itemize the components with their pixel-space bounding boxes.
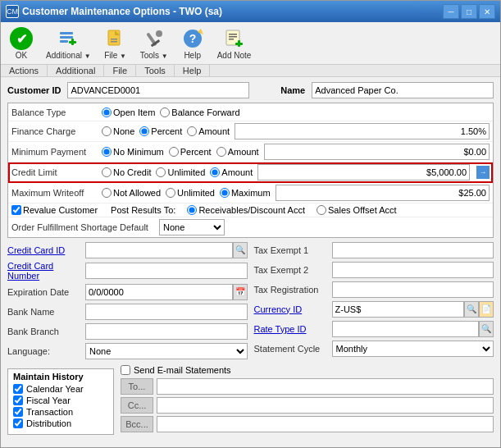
mp-amount-radio[interactable]	[216, 147, 226, 157]
sales-offset-option[interactable]: Sales Offset Acct	[317, 205, 397, 215]
customer-id-label: Customer ID	[7, 85, 61, 95]
currency-id-icon-btn[interactable]: 📄	[479, 301, 494, 318]
language-dropdown[interactable]: None	[85, 343, 248, 359]
balance-forward-option[interactable]: Balance Forward	[160, 107, 239, 117]
help-tab-label[interactable]: Help	[175, 65, 211, 76]
close-button[interactable]: ✕	[479, 4, 495, 19]
mw-not-allowed-radio[interactable]	[102, 188, 112, 198]
mp-percent-option[interactable]: Percent	[169, 147, 212, 157]
tax-exempt-2-input[interactable]	[332, 262, 494, 278]
tools-tab-label[interactable]: Tools	[136, 65, 175, 76]
credit-card-number-input[interactable]	[85, 263, 248, 279]
credit-card-id-input[interactable]	[85, 242, 233, 258]
balance-forward-radio[interactable]	[160, 107, 170, 117]
fc-amount-option[interactable]: Amount	[187, 126, 230, 136]
currency-id-label[interactable]: Currency ID	[254, 304, 332, 314]
additional-tab-label[interactable]: Additional	[48, 65, 104, 76]
credit-card-number-label[interactable]: Credit Card Number	[7, 261, 85, 281]
mp-percent-radio[interactable]	[169, 147, 179, 157]
statement-cycle-dropdown[interactable]: Monthly	[332, 341, 494, 357]
transaction-row: Transaction	[13, 407, 108, 417]
additional-button[interactable]: Additional ▼	[40, 25, 97, 62]
fc-none-radio[interactable]	[102, 126, 112, 136]
sales-offset-radio[interactable]	[317, 205, 326, 215]
file-button[interactable]: File ▼	[98, 25, 133, 62]
maximum-writeoff-options: Not Allowed Unlimited Maximum	[102, 185, 490, 201]
email-bcc-input[interactable]	[157, 416, 494, 432]
bank-name-input[interactable]	[85, 304, 248, 320]
fc-none-option[interactable]: None	[102, 126, 134, 136]
email-cc-button[interactable]: Cc...	[121, 397, 153, 414]
mw-not-allowed-option[interactable]: Not Allowed	[102, 188, 161, 198]
email-cc-input[interactable]	[157, 397, 494, 414]
maximum-writeoff-amount[interactable]	[276, 185, 490, 201]
cl-amount-option[interactable]: Amount	[210, 167, 253, 177]
minimum-payment-row: Minimum Payment No Minimum Percent Amoun…	[8, 142, 493, 162]
mp-no-min-radio[interactable]	[102, 147, 112, 157]
tax-registration-input[interactable]	[332, 281, 494, 298]
fc-amount-radio[interactable]	[187, 126, 197, 136]
tools-button[interactable]: Tools ▼	[134, 25, 174, 62]
order-fulfillment-dropdown[interactable]: None	[159, 219, 225, 235]
minimum-payment-label: Minimum Payment	[11, 147, 102, 157]
send-email-checkbox[interactable]	[121, 365, 130, 375]
language-row: Language: None	[7, 342, 248, 359]
cl-unlimited-option[interactable]: Unlimited	[156, 167, 205, 177]
currency-id-input[interactable]	[332, 301, 465, 318]
customer-id-input[interactable]	[67, 82, 249, 98]
mw-maximum-option[interactable]: Maximum	[220, 188, 271, 198]
cl-unlimited-radio[interactable]	[156, 167, 166, 177]
credit-card-id-label[interactable]: Credit Card ID	[7, 245, 85, 255]
tax-exempt-1-input[interactable]	[332, 242, 494, 258]
finance-charge-amount[interactable]	[235, 123, 490, 139]
fiscal-year-checkbox[interactable]	[13, 395, 23, 405]
balance-type-row: Balance Type Open Item Balance Forward	[8, 103, 493, 121]
credit-limit-arrow-button[interactable]: →	[476, 166, 490, 179]
help-button[interactable]: ? Help	[175, 25, 210, 62]
email-bcc-button[interactable]: Bcc...	[121, 416, 153, 432]
rate-type-id-input[interactable]	[332, 321, 480, 337]
receivables-option[interactable]: Receivables/Discount Acct	[187, 205, 305, 215]
cl-no-credit-radio[interactable]	[102, 167, 112, 177]
cl-no-credit-option[interactable]: No Credit	[102, 167, 151, 177]
expiration-date-calendar[interactable]: 📅	[233, 284, 248, 300]
help-label: Help	[184, 51, 201, 60]
rate-type-id-lookup[interactable]: 🔍	[479, 321, 494, 337]
transaction-checkbox[interactable]	[13, 407, 23, 417]
minimize-button[interactable]: ─	[443, 4, 459, 19]
add-note-button[interactable]: Add Note	[212, 25, 257, 62]
fc-percent-radio[interactable]	[139, 126, 149, 136]
open-item-option[interactable]: Open Item	[102, 107, 155, 117]
credit-limit-amount[interactable]	[257, 164, 470, 181]
mw-unlimited-radio[interactable]	[166, 188, 175, 198]
file-tab-label[interactable]: File	[104, 65, 136, 76]
open-item-radio[interactable]	[102, 107, 112, 117]
credit-card-id-lookup[interactable]: 🔍	[233, 242, 248, 258]
mw-unlimited-option[interactable]: Unlimited	[166, 188, 215, 198]
expiration-date-input[interactable]	[85, 284, 233, 300]
receivables-radio[interactable]	[187, 205, 197, 215]
revalue-checkbox-label[interactable]: Revalue Customer	[11, 205, 98, 215]
bank-branch-input[interactable]	[85, 323, 248, 340]
email-to-button[interactable]: To...	[121, 378, 153, 395]
customer-name-input[interactable]	[312, 82, 494, 98]
actions-label[interactable]: Actions	[1, 65, 48, 76]
window-controls: ─ □ ✕	[443, 4, 495, 19]
calendar-year-checkbox[interactable]	[13, 384, 23, 394]
email-to-input[interactable]	[157, 378, 494, 395]
mp-amount-option[interactable]: Amount	[216, 147, 259, 157]
mp-no-min-option[interactable]: No Minimum	[102, 147, 164, 157]
distribution-checkbox[interactable]	[13, 418, 23, 428]
maximize-button[interactable]: □	[461, 4, 477, 19]
post-results-label: Post Results To:	[111, 205, 175, 215]
ok-button[interactable]: ✔ OK	[4, 25, 39, 62]
currency-id-lookup[interactable]: 🔍	[464, 301, 479, 318]
fc-percent-option[interactable]: Percent	[139, 126, 182, 136]
rate-type-id-label[interactable]: Rate Type ID	[254, 324, 332, 334]
title-bar: CM Customer Maintenance Options - TWO (s…	[1, 1, 500, 22]
mw-maximum-radio[interactable]	[220, 188, 230, 198]
minimum-payment-amount[interactable]	[264, 144, 490, 160]
finance-charge-options: None Percent Amount	[102, 123, 490, 139]
cl-amount-radio[interactable]	[210, 167, 220, 177]
revalue-checkbox[interactable]	[11, 205, 21, 215]
